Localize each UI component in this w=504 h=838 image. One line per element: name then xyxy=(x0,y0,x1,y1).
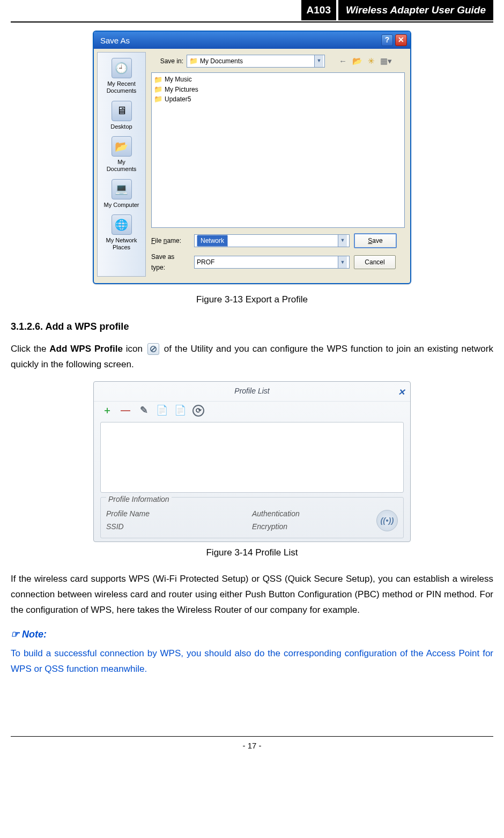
dialog-title: Save As xyxy=(97,34,379,48)
panel-title: Profile List xyxy=(234,387,269,395)
wifi-icon: ((•)) xyxy=(376,510,398,531)
file-name-label: File name: xyxy=(151,235,190,246)
documents-icon: 📂 xyxy=(112,136,132,157)
encryption-label: Encryption xyxy=(252,521,300,533)
place-label: My Recent Documents xyxy=(102,80,141,94)
place-documents[interactable]: 📂 My Documents xyxy=(102,134,141,176)
close-button[interactable]: ✕ xyxy=(395,34,407,46)
save-type-label: Save as type: xyxy=(151,251,190,273)
ssid-label: SSID xyxy=(106,521,150,533)
list-item-label: My Music xyxy=(165,75,192,84)
authentication-label: Authentication xyxy=(252,508,300,521)
guide-title: Wireless Adapter User Guide xyxy=(338,0,493,20)
place-recent[interactable]: 🕘 My Recent Documents xyxy=(102,56,141,98)
dialog-nav-icons: ← 📂 ✳ ▦▾ xyxy=(339,54,392,68)
back-icon[interactable]: ← xyxy=(339,54,347,68)
save-type-dropdown[interactable]: PROF ▼ xyxy=(194,256,350,269)
new-folder-icon[interactable]: ✳ xyxy=(368,54,375,68)
figure-caption: Figure 3-14 Profile List xyxy=(11,545,493,561)
chevron-down-icon[interactable]: ▼ xyxy=(314,55,323,67)
up-folder-icon[interactable]: 📂 xyxy=(352,54,362,68)
place-computer[interactable]: 💻 My Computer xyxy=(102,177,141,213)
remove-profile-button[interactable]: — xyxy=(120,405,131,417)
place-label: My Network Places xyxy=(102,237,141,250)
group-legend: Profile Information xyxy=(106,493,172,506)
folder-icon: 📁 xyxy=(154,85,162,94)
save-in-dropdown[interactable]: 📁 My Documents ▼ xyxy=(187,55,325,68)
page-header: A103 Wireless Adapter User Guide xyxy=(11,0,493,23)
list-item[interactable]: 📁 My Music xyxy=(154,75,402,85)
model-badge: A103 xyxy=(301,0,336,20)
save-type-value: PROF xyxy=(197,257,214,268)
file-list[interactable]: 📁 My Music 📁 My Pictures 📁 Updater5 xyxy=(151,72,405,228)
dialog-titlebar: Save As ? ✕ xyxy=(94,32,410,49)
list-item[interactable]: 📁 My Pictures xyxy=(154,85,402,94)
note-body: To build a successful connection by WPS,… xyxy=(11,646,493,677)
chevron-down-icon[interactable]: ▼ xyxy=(338,256,347,268)
computer-icon: 💻 xyxy=(112,179,132,199)
list-item[interactable]: 📁 Updater5 xyxy=(154,94,402,104)
add-wps-profile-button[interactable]: ⟳ xyxy=(192,405,204,417)
folder-icon: 📁 xyxy=(154,75,162,85)
folder-icon: 📁 xyxy=(189,55,198,67)
file-name-value: Network xyxy=(197,235,228,247)
recent-icon: 🕘 xyxy=(112,58,132,78)
save-in-value: My Documents xyxy=(200,56,243,66)
wps-icon xyxy=(147,343,159,355)
profile-name-label: Profile Name xyxy=(106,508,150,521)
place-network[interactable]: 🌐 My Network Places xyxy=(102,212,141,255)
desktop-icon: 🖥 xyxy=(112,101,132,121)
profile-toolbar: ＋ — ✎ 📄 📄 ⟳ xyxy=(94,402,410,418)
body-paragraph: Click the Add WPS Profile icon of the Ut… xyxy=(11,342,493,373)
save-in-label: Save in: xyxy=(151,56,183,66)
edit-profile-button[interactable]: ✎ xyxy=(138,405,150,417)
profile-list-area[interactable] xyxy=(100,422,404,493)
export-profile-button[interactable]: 📄 xyxy=(174,405,186,417)
view-menu-icon[interactable]: ▦▾ xyxy=(380,54,392,68)
close-icon[interactable]: ✕ xyxy=(398,385,405,399)
place-label: My Documents xyxy=(102,159,141,172)
svg-line-1 xyxy=(152,347,155,351)
place-label: My Computer xyxy=(102,202,141,209)
help-button[interactable]: ? xyxy=(381,34,393,46)
place-label: Desktop xyxy=(102,123,141,130)
page-footer: - 17 - xyxy=(11,736,493,753)
file-name-input[interactable]: Network ▼ xyxy=(194,234,350,247)
section-heading: 3.1.2.6. Add a WPS profile xyxy=(11,318,493,335)
place-desktop[interactable]: 🖥 Desktop xyxy=(102,99,141,135)
save-button[interactable]: Save xyxy=(354,233,397,248)
chevron-down-icon[interactable]: ▼ xyxy=(338,235,347,247)
profile-list-panel: Profile List ✕ ＋ — ✎ 📄 📄 ⟳ Profile Infor… xyxy=(93,381,411,542)
list-item-label: Updater5 xyxy=(165,95,191,104)
page-number: - 17 - xyxy=(242,741,261,750)
note-heading: Note: xyxy=(11,626,493,643)
import-profile-button[interactable]: 📄 xyxy=(156,405,168,417)
add-profile-button[interactable]: ＋ xyxy=(101,405,113,417)
panel-titlebar: Profile List ✕ xyxy=(94,382,410,402)
network-places-icon: 🌐 xyxy=(112,214,132,235)
list-item-label: My Pictures xyxy=(165,85,198,94)
places-bar: 🕘 My Recent Documents 🖥 Desktop 📂 My Doc… xyxy=(97,52,146,276)
body-paragraph: If the wireless card supports WPS (Wi-Fi… xyxy=(11,572,493,618)
folder-icon: 📁 xyxy=(154,94,162,104)
profile-info-group: Profile Information Profile Name SSID Au… xyxy=(100,497,404,538)
save-as-dialog: Save As ? ✕ 🕘 My Recent Documents 🖥 Desk… xyxy=(93,31,411,284)
figure-caption: Figure 3-13 Export a Profile xyxy=(11,292,493,308)
cancel-button[interactable]: Cancel xyxy=(354,255,396,269)
